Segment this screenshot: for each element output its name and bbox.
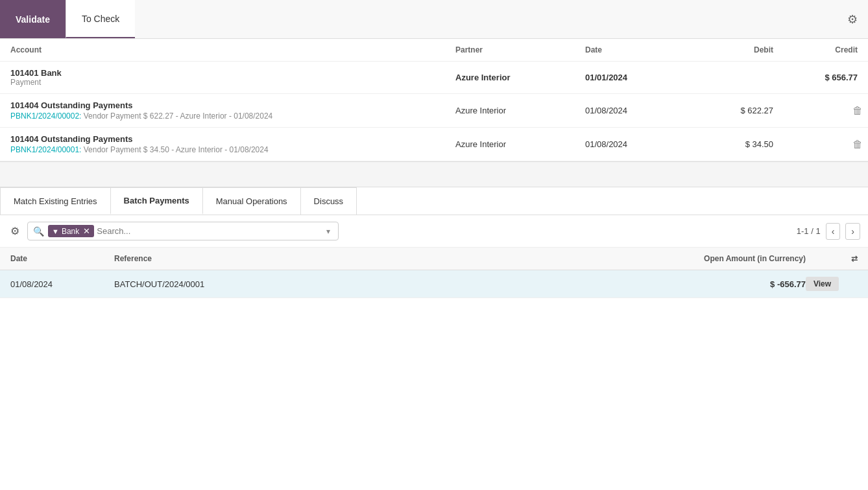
col-date: Date — [585, 45, 689, 54]
result-amount-value: $ -656.77 — [770, 279, 806, 289]
partner-cell: Azure Interior — [455, 73, 585, 82]
col-credit: Credit — [773, 45, 858, 54]
account-cell: 101404 Outstanding Payments PBNK1/2024/0… — [10, 134, 455, 154]
to-check-tab[interactable]: To Check — [66, 0, 135, 38]
search-bar: 🔍 ▼ Bank ✕ ▾ — [27, 222, 339, 240]
result-amount: $ -656.77 — [676, 279, 806, 289]
table-row: 101404 Outstanding Payments PBNK1/2024/0… — [0, 128, 868, 161]
pagination: 1-1 / 1 ‹ › — [797, 223, 860, 240]
result-col-open-amount: Open Amount (in Currency) — [676, 254, 806, 263]
pagination-prev-button[interactable]: ‹ — [826, 223, 841, 240]
date-cell: 01/08/2024 — [585, 106, 689, 115]
col-debit: Debit — [689, 45, 773, 54]
filter-tag: ▼ Bank ✕ — [48, 225, 94, 237]
col-partner: Partner — [455, 45, 585, 54]
result-col-date: Date — [10, 254, 114, 263]
account-sub: Payment — [10, 78, 455, 87]
account-link[interactable]: PBNK1/2024/00002: Vendor Payment $ 622.2… — [10, 111, 455, 121]
result-col-reference: Reference — [114, 254, 676, 263]
result-col-settings-icon[interactable]: ⇄ — [806, 254, 858, 263]
table-row: 101404 Outstanding Payments PBNK1/2024/0… — [0, 94, 868, 128]
search-input[interactable] — [94, 225, 324, 237]
tab-discuss[interactable]: Discuss — [300, 187, 357, 215]
col-account: Account — [10, 45, 455, 54]
date-cell: 01/08/2024 — [585, 139, 689, 149]
account-name: 101401 Bank — [10, 68, 455, 78]
result-reference: BATCH/OUT/2024/0001 — [114, 279, 676, 289]
pagination-next-button[interactable]: › — [845, 223, 860, 240]
filter-label: Bank — [62, 227, 79, 236]
pagination-text: 1-1 / 1 — [797, 226, 821, 236]
result-table-header: Date Reference Open Amount (in Currency)… — [0, 248, 868, 270]
account-cell: 101404 Outstanding Payments PBNK1/2024/0… — [10, 100, 455, 121]
partner-cell: Azure Interior — [455, 139, 585, 149]
account-name: 101404 Outstanding Payments — [10, 100, 455, 110]
tab-match-existing[interactable]: Match Existing Entries — [0, 187, 111, 215]
debit-cell: $ 34.50 — [689, 139, 773, 149]
chevron-down-icon[interactable]: ▾ — [324, 227, 333, 236]
filter-icon: ▼ — [52, 228, 59, 235]
amount-cell-wrapper: $ -656.77 — [676, 279, 806, 289]
delete-icon[interactable]: 🗑 — [852, 105, 863, 117]
validate-button[interactable]: Validate — [0, 0, 66, 38]
tab-batch-payments[interactable]: Batch Payments — [110, 187, 203, 215]
credit-cell: $ 656.77 — [773, 73, 858, 82]
filter-close-icon[interactable]: ✕ — [83, 226, 90, 236]
settings-icon[interactable]: ⚙ — [837, 0, 868, 38]
partner-cell: Azure Interior — [455, 106, 585, 115]
section-divider — [0, 161, 868, 187]
account-cell: 101401 Bank Payment — [10, 68, 455, 87]
main-table: Account Partner Date Debit Credit 101401… — [0, 39, 868, 161]
debit-cell: $ 622.27 — [689, 106, 773, 115]
tab-manual-operations[interactable]: Manual Operations — [202, 187, 301, 215]
bottom-tab-bar: Match Existing Entries Batch Payments Ma… — [0, 187, 868, 215]
result-view-cell: View — [806, 277, 858, 291]
view-button[interactable]: View — [806, 277, 839, 291]
search-icon: 🔍 — [33, 226, 44, 237]
date-cell: 01/01/2024 — [585, 73, 689, 82]
delete-icon[interactable]: 🗑 — [852, 139, 863, 150]
result-table-row: 01/08/2024 BATCH/OUT/2024/0001 $ -656.77… — [0, 270, 868, 298]
gear-button[interactable]: ⚙ — [8, 222, 22, 240]
result-date: 01/08/2024 — [10, 279, 114, 289]
search-row: ⚙ 🔍 ▼ Bank ✕ ▾ 1-1 / 1 ‹ › — [0, 215, 868, 248]
account-name: 101404 Outstanding Payments — [10, 134, 455, 144]
table-row: 101401 Bank Payment Azure Interior 01/01… — [0, 62, 868, 94]
table-header-row: Account Partner Date Debit Credit — [0, 39, 868, 62]
account-link[interactable]: PBNK1/2024/00001: Vendor Payment $ 34.50… — [10, 145, 455, 154]
top-tab-bar: Validate To Check ⚙ — [0, 0, 868, 39]
